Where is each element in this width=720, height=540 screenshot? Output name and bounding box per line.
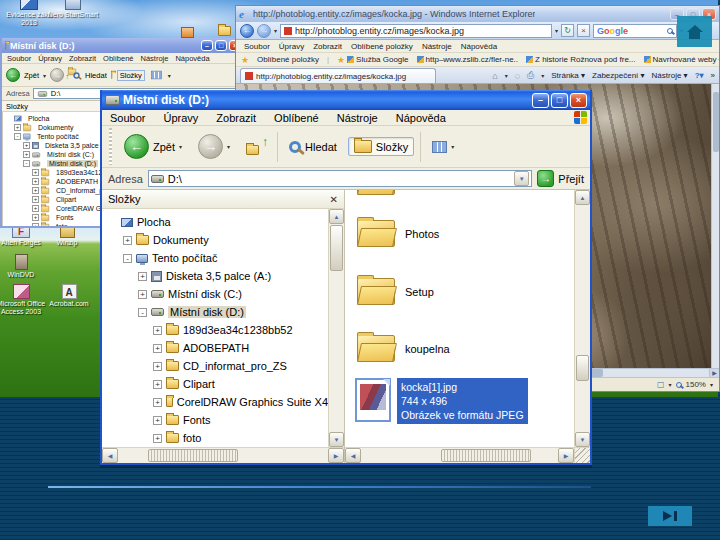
search-box[interactable]: Google bbox=[593, 24, 677, 38]
refresh-button[interactable]: ↻ bbox=[561, 24, 574, 37]
minimize-button[interactable]: – bbox=[201, 40, 213, 51]
horizontal-scrollbar[interactable]: ◀ ▶ bbox=[102, 447, 344, 463]
menu-soubor[interactable]: Soubor bbox=[110, 112, 145, 124]
forward-dropdown-icon[interactable]: ▾ bbox=[227, 143, 230, 150]
back-dropdown-icon[interactable]: ▾ bbox=[179, 143, 182, 150]
tree-item-dokumenty[interactable]: +Dokumenty bbox=[106, 231, 328, 249]
tree-item-folder[interactable]: +189d3ea34c1238bb52 bbox=[106, 321, 328, 339]
menu-oblibene-polozky[interactable]: Oblíbené položky bbox=[351, 42, 413, 51]
minimize-button[interactable]: – bbox=[532, 93, 549, 108]
back-dropdown-icon[interactable]: ▾ bbox=[43, 72, 46, 79]
command-zabezpeceni[interactable]: Zabezpečení ▾ bbox=[592, 71, 645, 80]
close-button[interactable]: × bbox=[570, 93, 587, 108]
menu-zobrazit[interactable]: Zobrazit bbox=[313, 42, 342, 51]
close-pane-icon[interactable]: ✕ bbox=[330, 194, 338, 205]
address-dropdown-icon[interactable]: ▾ bbox=[555, 27, 558, 34]
address-dropdown-button[interactable]: ▼ bbox=[514, 171, 529, 186]
zoom-level-dropdown-icon[interactable]: ▾ bbox=[710, 381, 713, 388]
help-icon[interactable]: ?▾ bbox=[695, 71, 704, 80]
scroll-left-icon[interactable]: ◀ bbox=[345, 448, 361, 463]
menu-nastroje[interactable]: Nástroje bbox=[337, 112, 378, 124]
vertical-scrollbar[interactable]: ▲ ▼ bbox=[328, 209, 344, 447]
views-button[interactable]: ▾ bbox=[427, 139, 459, 155]
expander[interactable]: - bbox=[138, 308, 147, 317]
file-item-kocka-selected[interactable]: kocka[1].jpg 744 x 496 Obrázek ve formát… bbox=[355, 378, 528, 424]
menu-upravy[interactable]: Úpravy bbox=[163, 112, 198, 124]
zoom-level[interactable]: 150% bbox=[686, 380, 706, 389]
expander[interactable]: + bbox=[153, 434, 162, 443]
browser-tab[interactable]: http://photoblog.entity.cz/images/kocka.… bbox=[240, 68, 436, 83]
expander[interactable]: + bbox=[123, 236, 132, 245]
search-label[interactable]: Hledat bbox=[85, 71, 107, 80]
page-zoom-icon[interactable]: ▢ bbox=[657, 380, 665, 389]
favorites-link[interactable]: http–www.zslib.cz/fler-ne.. bbox=[417, 55, 518, 64]
file-item-clipped[interactable] bbox=[357, 190, 395, 195]
views-dropdown-icon[interactable]: ▾ bbox=[451, 143, 454, 150]
title-bar[interactable]: Místní disk (D:) – □ × bbox=[2, 38, 244, 53]
vertical-scrollbar[interactable]: ▲ ▼ bbox=[574, 190, 590, 447]
tree-item-disk-c[interactable]: +Místní disk (C:) bbox=[106, 285, 328, 303]
home-dropdown-icon[interactable]: ▾ bbox=[505, 72, 508, 79]
scroll-up-icon[interactable]: ▲ bbox=[575, 190, 590, 205]
address-input[interactable]: D:\ ▼ bbox=[148, 170, 532, 187]
print-icon[interactable]: ⎙ bbox=[527, 70, 534, 81]
favorites-button[interactable]: Oblíbené položky bbox=[257, 55, 319, 64]
back-button[interactable]: ← Zpět ▾ bbox=[119, 132, 187, 161]
views-dropdown-icon[interactable]: ▾ bbox=[168, 72, 171, 79]
expander[interactable]: + bbox=[153, 362, 162, 371]
menu-napoveda[interactable]: Nápověda bbox=[461, 42, 497, 51]
history-dropdown-icon[interactable]: ▾ bbox=[274, 27, 277, 34]
tree-item-tento-pocitac[interactable]: -Tento počítač bbox=[106, 249, 328, 267]
expander[interactable]: + bbox=[153, 344, 162, 353]
command-stranka[interactable]: Stránka ▾ bbox=[551, 71, 585, 80]
scroll-up-icon[interactable]: ▲ bbox=[329, 209, 344, 224]
expander[interactable]: + bbox=[153, 326, 162, 335]
zoom-dropdown-icon[interactable]: ▾ bbox=[669, 381, 672, 388]
expander[interactable]: + bbox=[153, 398, 162, 407]
next-slide-button[interactable] bbox=[648, 506, 692, 526]
scroll-right-icon[interactable]: ▶ bbox=[328, 448, 344, 463]
file-item-setup[interactable]: Setup bbox=[357, 278, 434, 305]
scrollbar-thumb[interactable] bbox=[576, 355, 589, 381]
maximize-button[interactable]: □ bbox=[551, 93, 568, 108]
desktop-icon[interactable]: Nero StartSmart bbox=[46, 0, 100, 19]
stop-button[interactable]: × bbox=[577, 24, 590, 37]
vertical-scrollbar[interactable] bbox=[711, 84, 719, 368]
folders-button[interactable]: Složky bbox=[348, 137, 414, 156]
menu-zobrazit[interactable]: Zobrazit bbox=[69, 54, 96, 63]
expander[interactable]: + bbox=[138, 272, 147, 281]
menu-upravy[interactable]: Úpravy bbox=[38, 54, 62, 63]
forward-button[interactable]: → ▾ bbox=[193, 132, 235, 161]
title-bar[interactable]: e http://photoblog.entity.cz/images/kock… bbox=[236, 6, 719, 22]
address-input[interactable]: http://photoblog.entity.cz/images/kocka.… bbox=[280, 24, 552, 38]
menu-nastroje[interactable]: Nástroje bbox=[141, 54, 169, 63]
forward-button[interactable]: → bbox=[50, 68, 64, 82]
resize-grip[interactable] bbox=[574, 447, 590, 463]
tree-item-folder[interactable]: +Fonts bbox=[106, 411, 328, 429]
maximize-button[interactable]: □ bbox=[215, 40, 227, 51]
home-icon[interactable]: ⌂ bbox=[492, 71, 497, 81]
tree-item-folder[interactable]: +CD_informat_pro_ZS bbox=[106, 357, 328, 375]
title-bar[interactable]: Místní disk (D:) – □ × bbox=[102, 90, 590, 110]
scroll-left-icon[interactable]: ◀ bbox=[102, 448, 118, 463]
menu-soubor[interactable]: Soubor bbox=[244, 42, 270, 51]
search-button[interactable]: Hledat bbox=[284, 139, 342, 155]
expander[interactable]: + bbox=[153, 416, 162, 425]
search-icon[interactable] bbox=[667, 28, 673, 34]
views-icon[interactable] bbox=[151, 71, 162, 79]
menu-upravy[interactable]: Úpravy bbox=[279, 42, 304, 51]
tree-item-plocha[interactable]: Plocha bbox=[106, 213, 328, 231]
menu-zobrazit[interactable]: Zobrazit bbox=[216, 112, 256, 124]
feeds-icon[interactable]: ◌ bbox=[515, 71, 520, 81]
expander[interactable]: + bbox=[138, 290, 147, 299]
scroll-down-icon[interactable]: ▼ bbox=[575, 432, 590, 447]
expander[interactable]: + bbox=[153, 380, 162, 389]
up-button[interactable]: ↑ bbox=[241, 137, 271, 157]
folders-button[interactable]: Složky bbox=[117, 70, 145, 81]
go-button[interactable]: → Přejít bbox=[537, 170, 584, 187]
scrollbar-thumb[interactable] bbox=[148, 449, 238, 462]
command-nastroje[interactable]: Nástroje ▾ bbox=[652, 71, 688, 80]
file-item-koupelna[interactable]: koupelna bbox=[357, 335, 450, 362]
menu-oblibene[interactable]: Oblíbené bbox=[103, 54, 133, 63]
tree-item-folder[interactable]: +ADOBEPATH bbox=[106, 339, 328, 357]
